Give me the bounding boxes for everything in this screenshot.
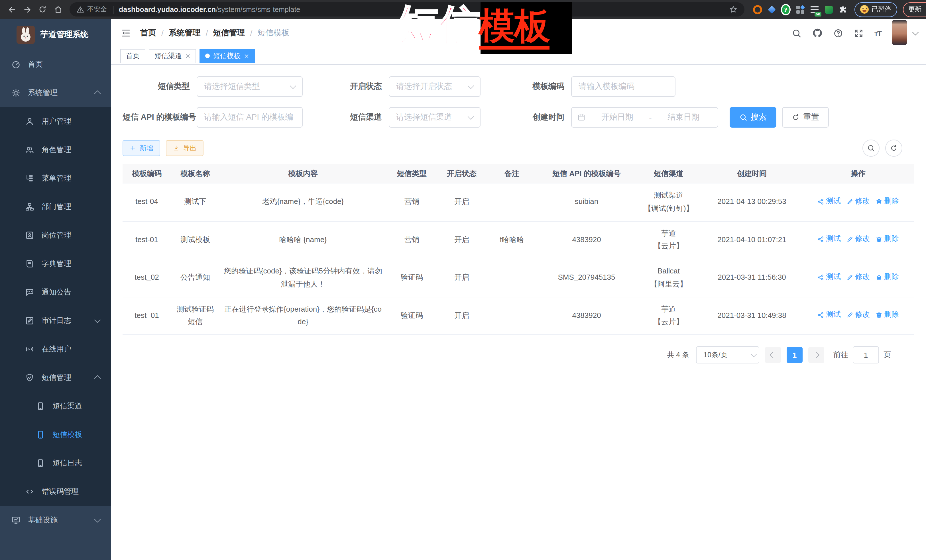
address-bar[interactable]: 不安全 dashboard.yudao.iocoder.cn/system/sm… [70, 2, 744, 17]
prev-page-button[interactable] [765, 347, 781, 363]
table-header-row: 模板编码 模板名称 模板内容 短信类型 开启状态 备注 短信 API 的模板编号… [123, 164, 914, 183]
delete-link[interactable]: 删除 [876, 270, 899, 284]
test-link[interactable]: 测试 [817, 233, 841, 246]
sidebar-collapse-icon[interactable] [120, 28, 136, 38]
browser-back-icon[interactable] [5, 2, 19, 17]
breadcrumb-system[interactable]: 系统管理 [169, 28, 201, 38]
sidebar-item-dict[interactable]: 字典管理 [0, 249, 111, 278]
extensions-puzzle-icon[interactable] [838, 5, 847, 14]
search-button[interactable]: 搜索 [729, 107, 776, 128]
edit-link[interactable]: 修改 [846, 308, 870, 322]
extension-area: on [752, 5, 847, 14]
channel-label: 短信渠道 [303, 112, 389, 122]
sidebar-item-sms[interactable]: 短信管理 [0, 364, 111, 392]
sidebar-item-sms-log[interactable]: 短信日志 [0, 449, 111, 477]
sidebar-item-infrastructure[interactable]: 基础设施 [0, 506, 111, 534]
sidebar-item-menus[interactable]: 菜单管理 [0, 164, 111, 193]
search-icon[interactable] [792, 28, 802, 38]
page-content: 短信类型 请选择短信类型 开启状态 请选择开启状态 模板编码 请输入模板编码 [111, 65, 926, 560]
table-row: test_02 公告通知 您的验证码{code}，该验证码5分钟内有效，请勿泄漏… [123, 259, 914, 297]
chevron-down-icon[interactable] [912, 29, 919, 36]
template-code-input[interactable]: 请输入模板编码 [571, 76, 675, 97]
toggle-search-button[interactable] [862, 140, 879, 157]
tab-home[interactable]: 首页 [120, 49, 145, 63]
github-icon[interactable] [812, 28, 823, 38]
page-number-1[interactable]: 1 [787, 347, 803, 363]
logo-image [17, 25, 35, 44]
test-link[interactable]: 测试 [817, 270, 841, 284]
share-icon [817, 198, 824, 205]
tab-close-icon[interactable] [185, 53, 191, 58]
sidebar-item-sms-template[interactable]: 短信模板 [0, 420, 111, 449]
delete-link[interactable]: 删除 [876, 195, 899, 208]
api-template-id-input[interactable]: 请输入短信 API 的模板编 [197, 107, 303, 128]
annotation-black-box [481, 2, 572, 54]
sidebar-item-home[interactable]: 首页 [0, 50, 111, 78]
extension-gem-icon[interactable] [767, 5, 776, 14]
user-icon [25, 117, 34, 126]
extension-grid-icon[interactable] [795, 5, 805, 14]
create-time-range-picker[interactable]: 开始日期 - 结束日期 [571, 107, 718, 128]
browser-forward-icon[interactable] [20, 2, 34, 17]
font-size-icon[interactable]: TT [875, 29, 881, 37]
extension-y-icon[interactable] [781, 5, 791, 14]
add-button[interactable]: 新增 [123, 140, 160, 156]
sidebar-item-users[interactable]: 用户管理 [0, 107, 111, 136]
sidebar-item-audit-log[interactable]: 审计日志 [0, 306, 111, 335]
code-icon [25, 487, 34, 496]
tab-close-icon[interactable] [244, 53, 249, 58]
col-status: 开启状态 [437, 164, 486, 183]
extension-tool-icon[interactable] [824, 5, 834, 14]
pagination: 共 4 条 10条/页 1 前往 页 [123, 346, 891, 364]
fullscreen-icon[interactable] [854, 28, 864, 38]
sidebar-item-error-code[interactable]: 错误码管理 [0, 477, 111, 506]
avatar[interactable] [892, 20, 907, 45]
delete-link[interactable]: 删除 [876, 308, 899, 322]
profile-paused-chip[interactable]: 已暂停 [855, 2, 897, 17]
app-logo[interactable]: 芋道管理系统 [0, 19, 111, 50]
sms-type-select[interactable]: 请选择短信类型 [197, 76, 303, 97]
breadcrumb-sms[interactable]: 短信管理 [213, 28, 245, 38]
filter-row-1: 短信类型 请选择短信类型 开启状态 请选择开启状态 模板编码 请输入模板编码 [123, 76, 915, 97]
bookmark-star-icon[interactable] [729, 5, 738, 14]
col-api-template-id: 短信 API 的模板编号 [537, 164, 635, 183]
next-page-button[interactable] [808, 347, 824, 363]
refresh-table-button[interactable] [885, 140, 902, 157]
breadcrumb-home[interactable]: 首页 [140, 28, 156, 38]
extension-list-icon[interactable]: on [809, 5, 819, 14]
sidebar-item-notice[interactable]: 通知公告 [0, 278, 111, 306]
extension-ring-icon[interactable] [752, 5, 762, 14]
browser-reload-icon[interactable] [35, 2, 50, 17]
sidebar-item-posts[interactable]: 岗位管理 [0, 221, 111, 249]
pagination-goto: 前往 页 [834, 346, 891, 364]
tab-sms-template[interactable]: 短信模板 [200, 49, 255, 63]
edit-link[interactable]: 修改 [846, 270, 870, 284]
browser-home-icon[interactable] [51, 2, 65, 17]
status-select[interactable]: 请选择开启状态 [389, 76, 481, 97]
sidebar-item-roles[interactable]: 角色管理 [0, 136, 111, 164]
reset-button[interactable]: 重置 [782, 107, 829, 128]
page-size-select[interactable]: 10条/页 [696, 346, 759, 364]
edit-link[interactable]: 修改 [846, 233, 870, 246]
test-link[interactable]: 测试 [817, 195, 841, 208]
test-link[interactable]: 测试 [817, 308, 841, 322]
users-icon [25, 145, 34, 154]
goto-page-input[interactable] [853, 346, 879, 364]
status-label: 开启状态 [303, 82, 389, 92]
url-text: dashboard.yudao.iocoder.cn/system/sms/sm… [119, 5, 300, 14]
help-icon[interactable] [834, 28, 843, 38]
export-button[interactable]: 导出 [166, 140, 203, 156]
sidebar-item-online-users[interactable]: 在线用户 [0, 335, 111, 364]
delete-link[interactable]: 删除 [876, 233, 899, 246]
sidebar-item-departments[interactable]: 部门管理 [0, 193, 111, 221]
sidebar-item-sms-channel[interactable]: 短信渠道 [0, 392, 111, 420]
channel-select[interactable]: 请选择短信渠道 [389, 107, 481, 128]
trash-icon [876, 236, 882, 243]
edit-link[interactable]: 修改 [846, 195, 870, 208]
pen-icon [846, 274, 853, 281]
sidebar-item-system[interactable]: 系统管理 [0, 78, 111, 107]
phone-icon [36, 402, 45, 411]
menu-tree-icon [25, 174, 34, 183]
browser-update-chip[interactable]: 更新 [903, 2, 926, 17]
tab-sms-channel[interactable]: 短信渠道 [149, 49, 196, 63]
